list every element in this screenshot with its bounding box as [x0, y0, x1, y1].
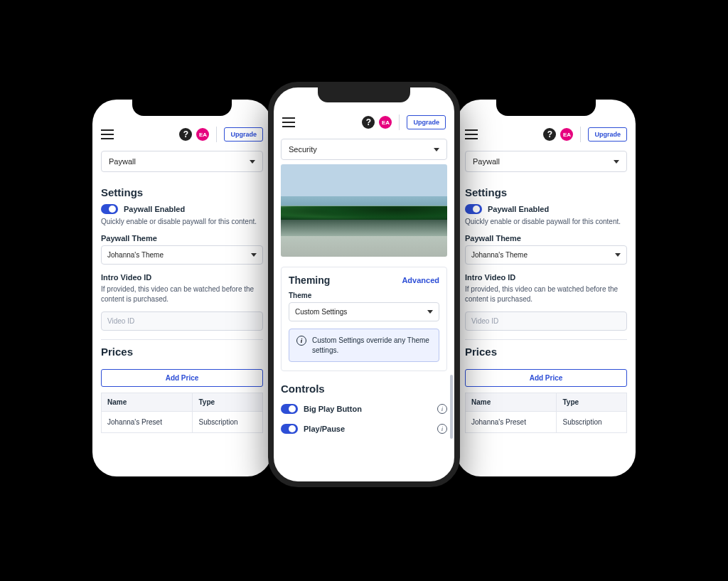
divider: [216, 127, 217, 142]
chevron-down-icon: [427, 310, 433, 314]
topbar: ? EA Upgrade: [92, 124, 272, 146]
toggle-label: Paywall Enabled: [488, 205, 549, 213]
theme-select[interactable]: Custom Settings: [289, 302, 439, 321]
divider: [399, 114, 400, 130]
theming-title: Theming: [289, 274, 330, 286]
help-icon[interactable]: ?: [543, 128, 556, 141]
paywall-enabled-toggle[interactable]: [101, 204, 118, 214]
phone-left: ? EA Upgrade Paywall Settings Paywall En…: [92, 100, 272, 476]
divider: [580, 127, 581, 142]
toggle-hint: Quickly enable or disable paywall for th…: [101, 217, 263, 227]
col-type: Type: [557, 393, 627, 412]
notch: [132, 100, 232, 116]
col-name: Name: [466, 393, 557, 412]
upgrade-button[interactable]: Upgrade: [224, 127, 263, 142]
menu-icon[interactable]: [282, 117, 295, 127]
play-pause-toggle[interactable]: [281, 424, 298, 434]
info-icon[interactable]: i: [437, 404, 447, 414]
chevron-down-icon: [251, 253, 257, 257]
advanced-link[interactable]: Advanced: [402, 276, 439, 284]
intro-video-label: Intro Video ID: [101, 273, 263, 282]
help-icon[interactable]: ?: [362, 116, 375, 129]
topbar: ? EA Upgrade: [274, 112, 454, 134]
topbar: ? EA Upgrade: [456, 124, 636, 146]
chevron-down-icon: [615, 253, 621, 257]
cell-name: Johanna's Preset: [102, 412, 193, 433]
avatar[interactable]: EA: [560, 128, 573, 141]
intro-video-hint: If provided, this video can be watched b…: [465, 284, 627, 304]
avatar[interactable]: EA: [196, 128, 209, 141]
cell-type: Subscription: [193, 412, 263, 433]
cell-name: Johanna's Preset: [466, 412, 557, 433]
big-play-button-toggle[interactable]: [281, 404, 298, 414]
menu-icon[interactable]: [101, 129, 114, 139]
paywall-theme-value: Johanna's Theme: [107, 251, 164, 259]
info-icon: i: [296, 336, 306, 346]
page-select-value: Security: [289, 145, 317, 154]
info-text: Custom Settings override any Theme setti…: [312, 336, 432, 355]
paywall-theme-value: Johanna's Theme: [471, 251, 528, 259]
toggle-hint: Quickly enable or disable paywall for th…: [465, 217, 627, 227]
intro-video-input[interactable]: Video ID: [101, 311, 263, 331]
phone-center: ? EA Upgrade Security Theming Advanced T…: [268, 82, 460, 487]
chevron-down-icon: [614, 160, 619, 164]
avatar[interactable]: EA: [379, 116, 392, 129]
help-icon[interactable]: ?: [179, 128, 192, 141]
intro-video-placeholder: Video ID: [471, 317, 498, 325]
control-label: Play/Pause: [304, 425, 432, 433]
phone-right: ? EA Upgrade Paywall Settings Paywall En…: [456, 100, 636, 476]
table-header-row: Name Type: [466, 393, 627, 412]
toggle-label: Paywall Enabled: [124, 205, 185, 213]
table-row[interactable]: Johanna's Preset Subscription: [466, 412, 627, 433]
col-name: Name: [102, 393, 193, 412]
upgrade-button[interactable]: Upgrade: [407, 115, 446, 129]
intro-video-placeholder: Video ID: [107, 317, 134, 325]
info-icon[interactable]: i: [437, 424, 447, 434]
notch: [496, 100, 596, 116]
paywall-theme-label: Paywall Theme: [465, 234, 627, 242]
notch: [318, 87, 410, 102]
page-select[interactable]: Security: [281, 139, 447, 160]
prices-table: Name Type Johanna's Preset Subscription: [101, 393, 263, 433]
paywall-theme-select[interactable]: Johanna's Theme: [465, 245, 627, 265]
cell-type: Subscription: [557, 412, 627, 433]
page-select[interactable]: Paywall: [465, 151, 627, 172]
col-type: Type: [193, 393, 263, 412]
settings-title: Settings: [101, 186, 263, 198]
chevron-down-icon: [250, 160, 255, 164]
info-banner: i Custom Settings override any Theme set…: [289, 329, 439, 362]
control-row: Big Play Button i: [281, 399, 447, 419]
controls-title: Controls: [281, 383, 447, 395]
page-select-value: Paywall: [109, 157, 136, 166]
table-header-row: Name Type: [102, 393, 263, 412]
prices-title: Prices: [101, 346, 263, 358]
table-row[interactable]: Johanna's Preset Subscription: [102, 412, 263, 433]
theme-label: Theme: [289, 292, 439, 299]
paywall-enabled-toggle[interactable]: [465, 204, 482, 214]
preview-image: [281, 164, 447, 257]
add-price-button[interactable]: Add Price: [101, 369, 263, 387]
intro-video-hint: If provided, this video can be watched b…: [101, 284, 263, 304]
paywall-theme-label: Paywall Theme: [101, 234, 263, 242]
page-select[interactable]: Paywall: [101, 151, 263, 172]
intro-video-label: Intro Video ID: [465, 273, 627, 282]
theming-card: Theming Advanced Theme Custom Settings i…: [281, 267, 447, 371]
page-select-value: Paywall: [473, 157, 500, 166]
scrollbar[interactable]: [450, 375, 453, 439]
paywall-theme-select[interactable]: Johanna's Theme: [101, 245, 263, 265]
chevron-down-icon: [434, 148, 439, 151]
add-price-button[interactable]: Add Price: [465, 369, 627, 387]
control-label: Big Play Button: [304, 405, 432, 413]
intro-video-input[interactable]: Video ID: [465, 311, 627, 331]
prices-title: Prices: [465, 346, 627, 358]
control-row: Play/Pause i: [281, 419, 447, 439]
upgrade-button[interactable]: Upgrade: [588, 127, 627, 142]
theme-value: Custom Settings: [295, 308, 347, 316]
prices-table: Name Type Johanna's Preset Subscription: [465, 393, 627, 433]
menu-icon[interactable]: [465, 129, 478, 139]
settings-title: Settings: [465, 186, 627, 198]
